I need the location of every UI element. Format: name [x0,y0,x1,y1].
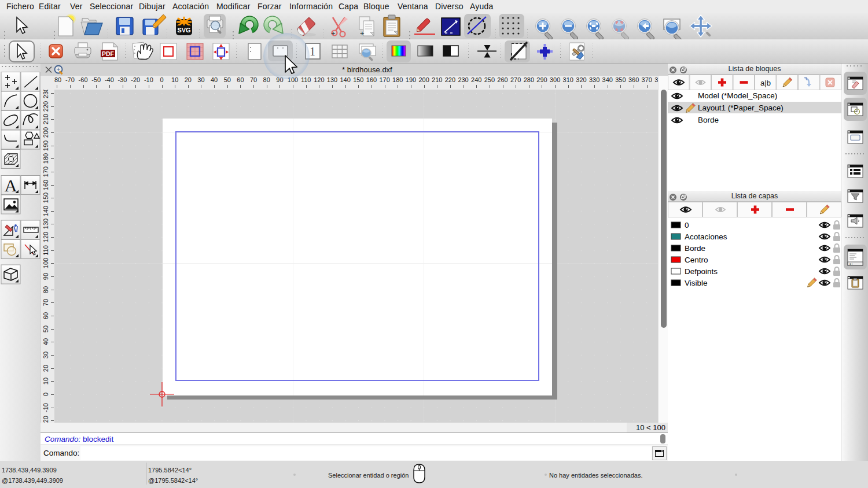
svg-text:a|b: a|b [760,79,771,87]
svg-text:A: A [5,176,17,195]
svg-text:c:: c: [849,263,853,266]
svg-text:1: 1 [310,45,315,58]
svg-text:PDF: PDF [102,50,115,57]
svg-text:+: + [331,29,336,38]
svg-text:SVG: SVG [177,27,190,34]
svg-text:+: + [360,29,365,38]
